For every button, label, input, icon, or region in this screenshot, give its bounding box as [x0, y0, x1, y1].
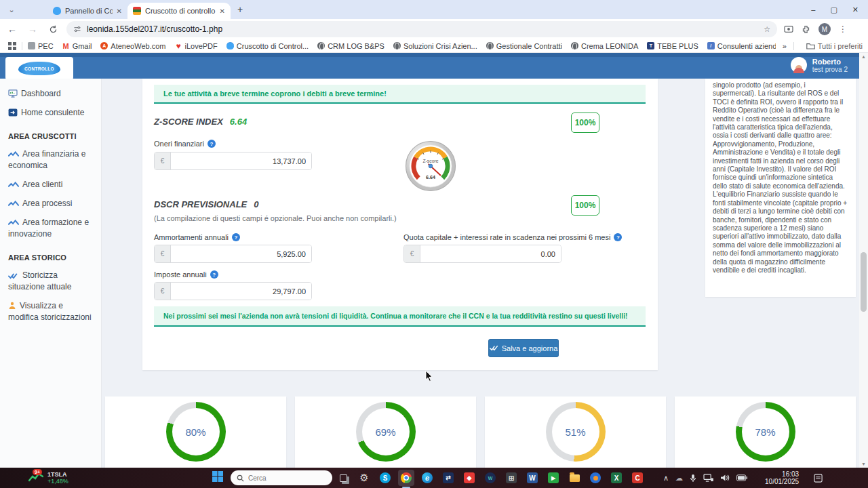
new-tab-button[interactable]: +: [237, 4, 243, 15]
double-check-icon: [8, 272, 19, 279]
globe-icon: [393, 42, 401, 49]
help-icon[interactable]: ?: [208, 140, 216, 148]
start-button[interactable]: [212, 470, 224, 485]
file-explorer-icon[interactable]: [566, 470, 583, 486]
extensions-icon[interactable]: [802, 25, 810, 34]
stock-symbol: 1TSLA: [47, 471, 68, 478]
sidebar-item-area-processi[interactable]: Area processi: [8, 198, 93, 209]
screenshot-icon[interactable]: [784, 25, 793, 33]
site-settings-icon[interactable]: [73, 25, 81, 33]
browser-profile-avatar[interactable]: M: [818, 23, 831, 35]
progress-value: 69%: [356, 402, 416, 462]
camtasia-icon[interactable]: ▶: [545, 470, 561, 486]
excel-icon[interactable]: X: [608, 470, 625, 486]
webex-icon[interactable]: w: [482, 470, 498, 486]
search-input[interactable]: [248, 474, 316, 482]
bookmark-star-icon[interactable]: ☆: [764, 25, 770, 34]
imposte-input[interactable]: [171, 283, 311, 300]
tray-chevron-icon[interactable]: ∧: [663, 474, 669, 483]
tab-close-icon[interactable]: ✕: [220, 7, 225, 15]
bookmark-soluzioni[interactable]: Soluzioni Crisi Azien...: [393, 42, 477, 50]
address-bar[interactable]: leonida.155del2017.it/cruscotto-1.php ☆: [66, 21, 777, 37]
apps-grid-icon[interactable]: [8, 42, 16, 50]
bookmark-crm[interactable]: CRM LOG B&PS: [317, 42, 384, 50]
save-button[interactable]: Salva e aggiorna: [488, 339, 559, 357]
media-app-icon[interactable]: ◆: [461, 470, 477, 486]
settings-gear-icon[interactable]: ⚙: [356, 470, 372, 486]
help-icon[interactable]: ?: [210, 270, 218, 279]
all-bookmarks-button[interactable]: Tutti i preferiti: [806, 42, 863, 50]
chrome-icon[interactable]: [398, 470, 414, 486]
sidebar-item-storicizza[interactable]: Storicizza situazione attuale: [8, 270, 93, 293]
user-name: Roberto: [812, 58, 848, 66]
sidebar-item-area-clienti[interactable]: Area clienti: [8, 179, 93, 190]
edge-icon[interactable]: e: [419, 470, 435, 486]
user-menu[interactable]: Roberto test prova 2: [791, 57, 848, 73]
tab-close-icon[interactable]: ✕: [117, 7, 122, 15]
euro-prefix: €: [155, 283, 171, 300]
ammortamenti-input[interactable]: [171, 245, 311, 262]
window-minimize-button[interactable]: –: [811, 5, 815, 14]
taskbar-widgets-button[interactable]: 9+ 1TSLA +1,48%: [28, 471, 117, 485]
word-icon[interactable]: W: [524, 470, 540, 486]
bookmark-cruscotto[interactable]: Cruscotto di Control...: [226, 42, 309, 50]
oneri-finanziari-input[interactable]: [171, 152, 311, 169]
sidebar-item-area-finanziaria[interactable]: Area finanziaria e economica: [8, 148, 93, 171]
tab-pannello[interactable]: Pannello di Controllo ✕: [47, 3, 127, 19]
scrollbar-thumb[interactable]: [861, 252, 867, 312]
bookmark-gestionale[interactable]: Gestionale Contratti: [486, 42, 562, 50]
back-button[interactable]: ←: [4, 21, 20, 37]
network-display-icon[interactable]: [703, 474, 713, 482]
bookmarks-overflow-chevron[interactable]: »: [783, 42, 787, 50]
notification-center-icon[interactable]: [814, 474, 823, 483]
bookmark-gmail[interactable]: Gmail: [62, 42, 92, 50]
bookmark-crema[interactable]: Crema LEONIDA: [571, 42, 638, 50]
taskbar-search[interactable]: [231, 470, 332, 485]
sidebar-item-area-formazione[interactable]: Area formazione e innovazione: [8, 217, 93, 240]
url-text[interactable]: leonida.155del2017.it/cruscotto-1.php: [87, 24, 758, 34]
bookmark-tebe[interactable]: TEBE PLUS: [647, 42, 698, 50]
tebe-icon: [647, 42, 654, 49]
progress-value: 51%: [546, 402, 606, 462]
recorder-icon[interactable]: C: [629, 470, 646, 486]
imposte-field: €: [154, 282, 312, 300]
bookmark-pec[interactable]: PEC: [28, 42, 54, 50]
taskbar-clock[interactable]: 16:03 10/01/2025: [765, 470, 799, 485]
reload-button[interactable]: [45, 21, 61, 37]
bookmark-ilovepdf[interactable]: iLovePDF: [174, 42, 217, 50]
battery-icon[interactable]: [736, 474, 747, 481]
speaker-icon[interactable]: [720, 474, 730, 482]
thunderbird-icon[interactable]: [587, 470, 604, 486]
help-icon[interactable]: ?: [614, 233, 622, 241]
skype-icon[interactable]: S: [377, 470, 393, 486]
page-scrollbar[interactable]: ▲ ▼: [859, 53, 868, 468]
sidebar-item-dashboard[interactable]: Dashboard: [8, 88, 93, 100]
browser-menu-icon[interactable]: ⋮: [839, 24, 847, 34]
onedrive-cloud-icon[interactable]: ☁: [675, 474, 683, 483]
progress-ring: 69%: [356, 402, 416, 462]
window-close-button[interactable]: ✕: [852, 5, 859, 14]
stock-change: +1,48%: [47, 478, 68, 485]
gmail-icon: [62, 42, 70, 49]
forward-button[interactable]: →: [24, 21, 41, 37]
help-icon[interactable]: ?: [232, 233, 240, 241]
quota-capitale-input[interactable]: [420, 245, 561, 262]
divider: [793, 42, 794, 50]
chart-line-icon: [8, 151, 19, 158]
microphone-icon[interactable]: [690, 474, 696, 483]
scroll-up-icon[interactable]: ▲: [861, 54, 866, 59]
teamviewer-icon[interactable]: ⇄: [440, 470, 456, 486]
tab-search-chevron-icon[interactable]: ⌄: [5, 3, 18, 16]
sidebar-item-visualizza[interactable]: Visualizza e modifica storicizzazioni: [8, 300, 93, 323]
sidebar-item-home-consulente[interactable]: Home consulente: [8, 107, 93, 119]
chart-line-icon: [8, 201, 19, 207]
scroll-down-icon[interactable]: ▼: [861, 462, 866, 466]
app-logo[interactable]: CONTROLLO: [5, 57, 73, 80]
calculator-icon[interactable]: ⊞: [503, 470, 519, 486]
bookmark-ateneoweb[interactable]: AteneoWeb.com: [100, 42, 165, 50]
tab-cruscotto[interactable]: Cruscotto di controllo ✕: [127, 3, 231, 19]
task-view-icon[interactable]: [335, 470, 351, 486]
bookmark-consulenti[interactable]: Consulenti aziendali...: [707, 42, 776, 50]
window-maximize-button[interactable]: ▢: [830, 5, 837, 14]
tab-favicon-cloud-icon: [53, 7, 61, 15]
